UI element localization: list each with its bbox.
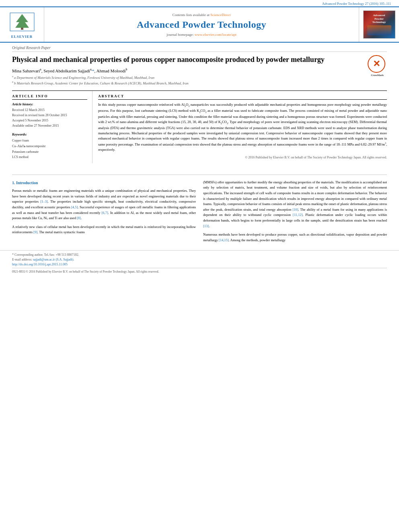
footer-copyright: 0921-8831/© 2016 Published by Elsevier B…	[12, 268, 387, 273]
journal-header-center: Contents lists available at ScienceDirec…	[44, 7, 359, 42]
page: Advanced Powder Technology 27 (2016) 105…	[0, 0, 399, 276]
cover-title-text: AdvancedPowderTechnology	[372, 14, 386, 24]
keyword-2: Cu–Al₂O₃ nanocomposite	[12, 144, 87, 149]
crossmark-badge: ✕ CrossMark	[368, 55, 387, 74]
ref-4-5: [4,5]	[71, 205, 78, 209]
ref-1-3: [1–3]	[40, 199, 47, 203]
paper-type-label: Original Research Paper	[12, 46, 387, 52]
paper-footer: * Corresponding author. Tel./fax: +98 51…	[0, 250, 399, 276]
section-divider	[12, 175, 387, 175]
ref-13: [13]	[203, 224, 209, 228]
ref-9: [9]	[33, 230, 37, 234]
keywords-label: Keywords:	[12, 132, 87, 136]
doi-note: http://dx.doi.org/10.1016/j.apt.2015.11.…	[12, 263, 387, 266]
intro-paragraph-1: Porous metals or metallic foams are engi…	[12, 188, 196, 221]
article-info-panel: ARTICLE INFO Article history: Received 1…	[12, 91, 93, 163]
section-1-heading: 1. Introduction	[12, 180, 196, 186]
paper-title-text: Physical and mechanical properties of po…	[12, 55, 325, 64]
abstract-heading: ABSTRACT	[98, 94, 387, 100]
journal-reference-bar: Advanced Powder Technology 27 (2016) 105…	[0, 0, 399, 6]
journal-homepage: journal homepage: www.elsevier.com/locat…	[167, 33, 236, 37]
ref-8: [8]	[77, 216, 81, 220]
elsevier-tree-icon	[8, 11, 36, 33]
elsevier-logo: ELSEVIER	[8, 11, 36, 39]
history-received: Received 12 March 2015	[12, 108, 87, 113]
article-history-label: Article history:	[12, 102, 87, 106]
doi-link[interactable]: http://dx.doi.org/10.1016/j.apt.2015.11.…	[12, 263, 68, 266]
article-info-heading: ARTICLE INFO	[12, 94, 87, 100]
history-revised: Received in revised form 28 October 2015	[12, 113, 87, 118]
journal-cover-section: AdvancedPowderTechnology	[359, 7, 399, 42]
svg-marker-1	[15, 14, 29, 28]
intro-paragraph-2: A relatively new class of cellular metal…	[12, 224, 196, 235]
abstract-text: In this study porous copper nanocomposit…	[98, 102, 387, 152]
intro-paragraph-4: Numerous methods have been developed to …	[203, 232, 387, 243]
history-online: Available online 27 November 2015	[12, 123, 87, 129]
body-content: 1. Introduction Porous metals or metalli…	[0, 180, 399, 246]
journal-cover-image: AdvancedPowderTechnology	[363, 10, 395, 39]
email-link[interactable]: sajjadi@um.ac.ir (S.A. Sajjadi).	[33, 258, 74, 261]
crossmark-icon: ✕	[373, 60, 380, 68]
svg-rect-2	[21, 28, 23, 30]
science-direct-link[interactable]: ScienceDirect	[210, 13, 230, 17]
affiliations: a a Department of Materials Science and …	[12, 75, 387, 86]
ref-10: [10]	[292, 207, 298, 212]
affiliation-b: b b Materials Research Group, Academic C…	[12, 80, 387, 86]
keyword-1: Copper foam	[12, 138, 87, 144]
ref-11-12: [11,12]	[293, 213, 302, 217]
abstract-panel: ABSTRACT In this study porous copper nan…	[93, 91, 387, 163]
paper-content: Original Research Paper Physical and mec…	[0, 43, 399, 170]
journal-title: Advanced Powder Technology	[137, 19, 266, 30]
elsevier-logo-section: ELSEVIER	[0, 7, 44, 42]
email-note: E-mail address: sajjadi@um.ac.ir (S.A. S…	[12, 258, 387, 261]
paper-title: Physical and mechanical properties of po…	[12, 55, 387, 64]
email-label: E-mail address:	[12, 258, 32, 261]
article-info-abstract-row: ARTICLE INFO Article history: Received 1…	[12, 90, 387, 163]
body-column-right: (MMSFs) offer opportunities to further m…	[203, 180, 387, 246]
keywords-section: Keywords: Copper foam Cu–Al₂O₃ nanocompo…	[12, 132, 87, 160]
science-direct-info: Contents lists available at ScienceDirec…	[173, 13, 231, 17]
elsevier-brand-text: ELSEVIER	[8, 35, 36, 39]
corresponding-author-note: * Corresponding author. Tel./fax: +98 51…	[12, 253, 387, 257]
authors-line: Mina Sabzevaria, Seyed Abdolkarim Sajjad…	[12, 68, 387, 73]
history-accepted: Accepted 5 November 2015	[12, 118, 87, 123]
intro-paragraph-3: (MMSFs) offer opportunities to further m…	[203, 180, 387, 229]
corresponding-note-text: * Corresponding author. Tel./fax: +98 51…	[12, 253, 79, 257]
journal-url[interactable]: www.elsevier.com/locate/apt	[195, 33, 237, 37]
keyword-3: Potassium carbonate	[12, 149, 87, 155]
keyword-4: LCS method	[12, 154, 87, 160]
abstract-copyright: © 2016 Published by Elsevier B.V. on beh…	[98, 156, 387, 159]
journal-reference: Advanced Powder Technology 27 (2016) 105…	[322, 2, 391, 6]
affiliation-a: a a Department of Materials Science and …	[12, 75, 387, 80]
ref-14-15: [14,15]	[219, 238, 229, 242]
journal-header: ELSEVIER Contents lists available at Sci…	[0, 6, 399, 43]
ref-6-7: [6,7]	[102, 211, 108, 215]
body-column-left: 1. Introduction Porous metals or metalli…	[12, 180, 196, 246]
